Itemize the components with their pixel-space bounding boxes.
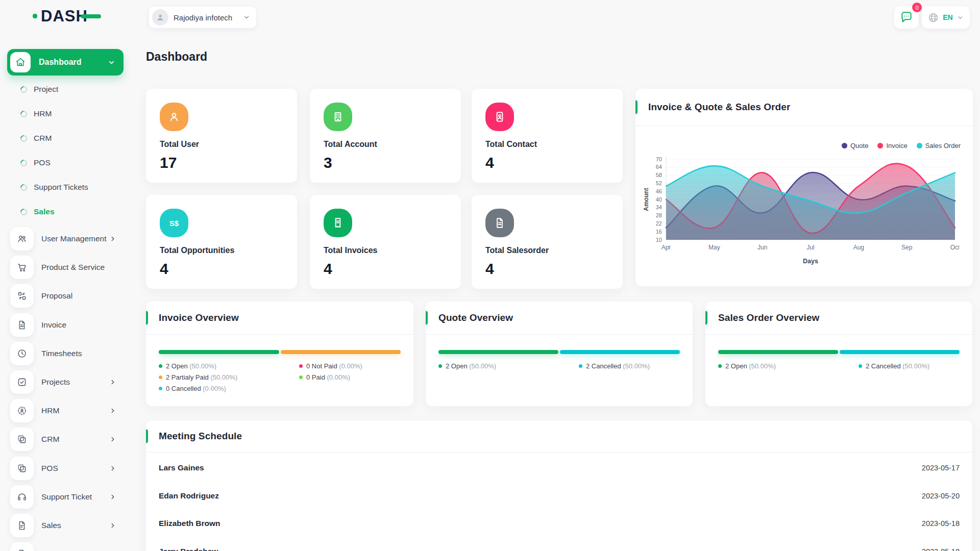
meeting-name: Lars Gaines (159, 463, 204, 472)
receipt-icon (331, 216, 345, 230)
svg-text:58: 58 (656, 172, 662, 178)
sidebar-item-dashboard[interactable]: Dashboard (7, 49, 124, 76)
chevron-right-icon (109, 522, 116, 529)
sidebar-item-timesheets[interactable]: Timesheets (0, 339, 131, 368)
sidebar-item-invoice[interactable]: Invoice (0, 311, 131, 339)
meeting-schedule-card: Meeting Schedule Lars Gaines 2023-05-17E… (146, 420, 972, 551)
meeting-date: 2023-05-18 (922, 547, 960, 551)
stat-card-total-contact: Total Contact 4 (472, 89, 623, 183)
chart-legend: Quote Invoice Sales Order (842, 142, 961, 149)
sidebar-item-proposal[interactable]: Proposal (0, 282, 131, 310)
svg-text:10: 10 (656, 237, 662, 243)
legend-dot (917, 143, 922, 148)
unread-count-badge: 0 (912, 3, 922, 12)
chevron-right-icon (109, 407, 116, 414)
globe-icon (928, 12, 939, 23)
messages-button[interactable]: 0 (894, 6, 919, 29)
legend-dot (859, 364, 862, 368)
sidebar-subitem-sales[interactable]: Sales (0, 199, 131, 224)
bullet-ring-icon (19, 109, 28, 118)
invoice-overview-card: Invoice Overview 2 Open (50.00%) 2 Parti… (146, 302, 413, 406)
legend-label: 2 Cancelled (866, 362, 901, 370)
sidebar-subitem-hrm[interactable]: HRM (0, 102, 131, 126)
stat-card-total-salesorder: Total Salesorder 4 (472, 195, 623, 289)
legend-label: Sales Order (925, 142, 961, 149)
card-accent-bar (705, 311, 707, 325)
hrm-icon (16, 405, 28, 416)
stat-icon-badge: S$ (160, 209, 188, 237)
card-accent-bar (146, 311, 148, 325)
chevron-right-icon (109, 379, 116, 386)
contact-phone-icon (493, 110, 506, 123)
users-icon (16, 233, 28, 244)
meeting-rows: Lars Gaines 2023-05-17Edan Rodriguez 202… (146, 454, 972, 551)
legend-percent: (50.00%) (210, 373, 237, 381)
svg-text:34: 34 (656, 204, 662, 210)
svg-text:Aug: Aug (853, 244, 864, 251)
sidebar-icon-chip (10, 227, 34, 251)
stat-card-total-user: Total User 17 (146, 89, 297, 183)
card-accent-bar (426, 311, 428, 325)
workspace-selector[interactable]: Rajodiya infotech (149, 7, 256, 28)
language-selector[interactable]: EN (922, 6, 970, 29)
overview-legend-item: 2 Cancelled (50.00%) (579, 362, 650, 370)
stat-card-label: Total Contact (485, 140, 537, 149)
sidebar-item-user-management[interactable]: User Management (0, 224, 131, 253)
sidebar-item-sales[interactable]: Sales (0, 511, 131, 540)
sidebar-item-hrm[interactable]: HRM (0, 396, 131, 425)
stat-card-value: 4 (485, 260, 494, 278)
sidebar-icon-chip (10, 256, 34, 279)
overview-legend-item: 0 Not Paid (0.00%) (299, 362, 362, 370)
workspace-name: Rajodiya infotech (174, 13, 243, 22)
app-logo[interactable]: DASH (33, 8, 88, 24)
sidebar-subitem-label: CRM (34, 134, 52, 143)
workspace-avatar (152, 9, 168, 26)
user-avatar-icon (156, 13, 165, 22)
meeting-row: Elizabeth Brown 2023-05-18 (146, 510, 972, 538)
sidebar-subitem-pos[interactable]: POS (0, 151, 131, 175)
sidebar-subitem-support-tickets[interactable]: Support Tickets (0, 175, 131, 199)
sidebar-subitem-label: Sales (34, 207, 55, 216)
stat-card-value: 3 (324, 154, 332, 171)
stat-card-total-opportunities: S$ Total Opportunities 4 (146, 195, 297, 289)
sidebar-item-crm[interactable]: CRM (0, 425, 131, 454)
language-code: EN (943, 13, 952, 21)
sidebar-subitem-project[interactable]: Project (0, 77, 131, 102)
svg-text:Jul: Jul (806, 244, 814, 251)
bullet-ring-icon (19, 134, 28, 143)
sidebar-item-label: Sales (41, 521, 109, 530)
sidebar-item-support-ticket[interactable]: Support Ticket (0, 483, 131, 511)
sidebar-item-label: Proposal (41, 291, 131, 300)
meeting-name: Edan Rodriguez (159, 491, 219, 500)
overview-card-title: Quote Overview (438, 312, 513, 323)
sidebar-item-contract[interactable]: Contract (0, 540, 131, 551)
legend-label: 0 Cancelled (166, 385, 201, 392)
legend-label: 2 Cancelled (586, 362, 621, 370)
chevron-down-icon (108, 59, 115, 66)
stat-icon-badge (485, 209, 514, 237)
logo-dot (33, 14, 37, 18)
sidebar-item-label: Product & Service (41, 263, 131, 272)
sidebar-item-product-service[interactable]: Product & Service (0, 253, 131, 282)
chevron-right-icon (109, 235, 116, 242)
sidebar-icon-chip (10, 514, 34, 537)
meeting-date: 2023-05-18 (922, 519, 960, 528)
sidebar-subitem-crm[interactable]: CRM (0, 126, 131, 151)
legend-label: Quote (850, 142, 868, 149)
svg-text:40: 40 (656, 196, 662, 203)
home-icon (15, 57, 26, 68)
sidebar-item-label: User Management (41, 234, 109, 243)
legend-item-invoice: Invoice (877, 142, 907, 149)
cart-icon (16, 262, 28, 273)
sidebar-item-label: Projects (41, 378, 109, 387)
sidebar-item-label: Support Ticket (41, 492, 109, 502)
sidebar-item-pos[interactable]: POS (0, 454, 131, 483)
progress-bar (438, 350, 680, 354)
sidebar-icon-chip (10, 370, 34, 394)
sidebar-item-projects[interactable]: Projects (0, 368, 131, 396)
invoice-quote-salesorder-card: Invoice & Quote & Sales Order Quote Invo… (635, 89, 973, 286)
crm-icon (16, 434, 28, 445)
legend-dot (579, 364, 582, 368)
dashboard-icon-chip (10, 52, 31, 72)
check-square-icon (16, 377, 28, 388)
